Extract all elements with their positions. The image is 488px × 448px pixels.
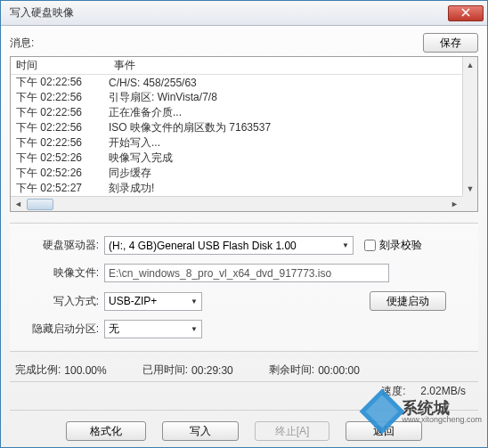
used-value: 00:29:30: [191, 364, 233, 377]
scroll-down-icon[interactable]: ▼: [463, 181, 477, 196]
save-button[interactable]: 保存: [423, 33, 478, 53]
close-button[interactable]: [448, 5, 484, 21]
log-row[interactable]: 下午 02:22:56C/H/S: 458/255/63: [11, 75, 477, 90]
drive-label: 硬盘驱动器:: [15, 238, 104, 253]
scroll-track[interactable]: [463, 72, 477, 181]
drive-select[interactable]: (H:, 4 GB)General USB Flash Disk 1.00 ▼: [104, 236, 354, 255]
log-body: 下午 02:22:56C/H/S: 458/255/63 下午 02:22:56…: [11, 75, 477, 193]
format-button[interactable]: 格式化: [66, 421, 146, 441]
log-row[interactable]: 下午 02:22:56开始写入...: [11, 135, 477, 151]
content: 消息: 保存 时间 事件 下午 02:22:56C/H/S: 458/255/6…: [1, 26, 487, 448]
scroll-up-icon[interactable]: ▲: [463, 57, 477, 72]
write-mode-select[interactable]: USB-ZIP+ ▼: [104, 292, 202, 311]
horizontal-scrollbar[interactable]: ◄ ►: [11, 196, 462, 211]
dialog-window: 写入硬盘映像 消息: 保存 时间 事件 下午 02:22:56C/H/S: 45…: [0, 0, 488, 448]
log-list: 时间 事件 下午 02:22:56C/H/S: 458/255/63 下午 02…: [10, 56, 478, 212]
log-row[interactable]: 下午 02:22:56正在准备介质...: [11, 105, 477, 120]
window-title: 写入硬盘映像: [10, 5, 74, 20]
chevron-down-icon: ▼: [191, 297, 198, 305]
message-row: 消息: 保存: [10, 33, 478, 53]
progress-stats: 完成比例: 100.00% 已用时间: 00:29:30 剩余时间: 00:00…: [10, 352, 478, 381]
quick-boot-button[interactable]: 便捷启动: [370, 291, 446, 311]
log-header: 时间 事件: [11, 57, 477, 75]
titlebar: 写入硬盘映像: [1, 1, 487, 26]
hidden-row: 隐藏启动分区: 无 ▼: [15, 320, 473, 338]
settings-group: 硬盘驱动器: (H:, 4 GB)General USB Flash Disk …: [10, 223, 478, 352]
chevron-down-icon: ▼: [191, 325, 198, 333]
log-row[interactable]: 下午 02:52:27刻录成功!: [11, 181, 477, 193]
pct-value: 100.00%: [64, 364, 106, 377]
vertical-scrollbar[interactable]: ▲ ▼: [462, 57, 477, 196]
used-label: 已用时间:: [142, 362, 188, 378]
scroll-corner: [462, 196, 477, 211]
hidden-label: 隐藏启动分区:: [15, 322, 104, 337]
close-icon: [461, 7, 470, 20]
log-row[interactable]: 下午 02:22:56引导扇区: WinVista/7/8: [11, 90, 477, 105]
col-header-time: 时间: [11, 56, 109, 75]
scroll-thumb[interactable]: [27, 199, 53, 210]
verify-checkbox-input[interactable]: [364, 240, 376, 251]
watermark: 系统城 www.xitongcheng.com: [366, 395, 482, 428]
pct-label: 完成比例:: [15, 362, 61, 378]
abort-button: 终止[A]: [255, 421, 330, 441]
scroll-left-icon[interactable]: ◄: [11, 200, 26, 208]
hidden-partition-select[interactable]: 无 ▼: [104, 320, 202, 338]
drive-row: 硬盘驱动器: (H:, 4 GB)General USB Flash Disk …: [15, 236, 473, 255]
image-label: 映像文件:: [15, 265, 104, 281]
log-row[interactable]: 下午 02:52:26同步缓存: [11, 166, 477, 181]
scroll-right-icon[interactable]: ►: [447, 200, 462, 208]
message-label: 消息:: [10, 36, 34, 51]
verify-checkbox[interactable]: 刻录校验: [364, 238, 422, 253]
write-button[interactable]: 写入: [162, 421, 239, 441]
mode-row: 写入方式: USB-ZIP+ ▼ 便捷启动: [15, 291, 473, 311]
log-row[interactable]: 下午 02:52:26映像写入完成: [11, 151, 477, 166]
remain-value: 00:00:00: [318, 364, 360, 377]
remain-label: 剩余时间:: [269, 362, 314, 378]
image-row: 映像文件:: [15, 264, 473, 282]
image-path-input[interactable]: [104, 264, 389, 282]
mode-label: 写入方式:: [15, 294, 104, 309]
col-header-event: 事件: [109, 56, 477, 75]
watermark-text: 系统城 www.xitongcheng.com: [402, 400, 482, 424]
chevron-down-icon: ▼: [342, 241, 349, 249]
watermark-logo-icon: [360, 389, 405, 435]
log-row[interactable]: 下午 02:22:56ISO 映像文件的扇区数为 7163537: [11, 120, 477, 135]
